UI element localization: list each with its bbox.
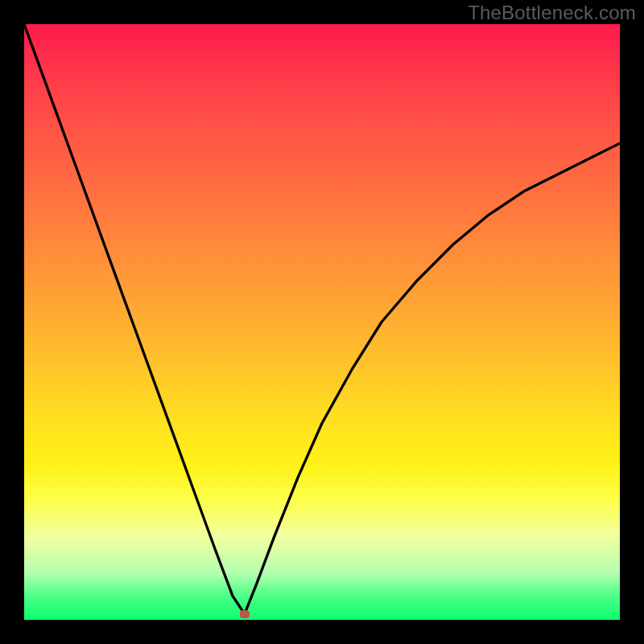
- bottleneck-curve: [24, 24, 620, 614]
- chart-frame: TheBottleneck.com: [0, 0, 644, 644]
- watermark-text: TheBottleneck.com: [468, 2, 636, 24]
- plot-area: [24, 24, 620, 620]
- optimum-marker: [240, 610, 250, 618]
- curve-svg: [24, 24, 620, 620]
